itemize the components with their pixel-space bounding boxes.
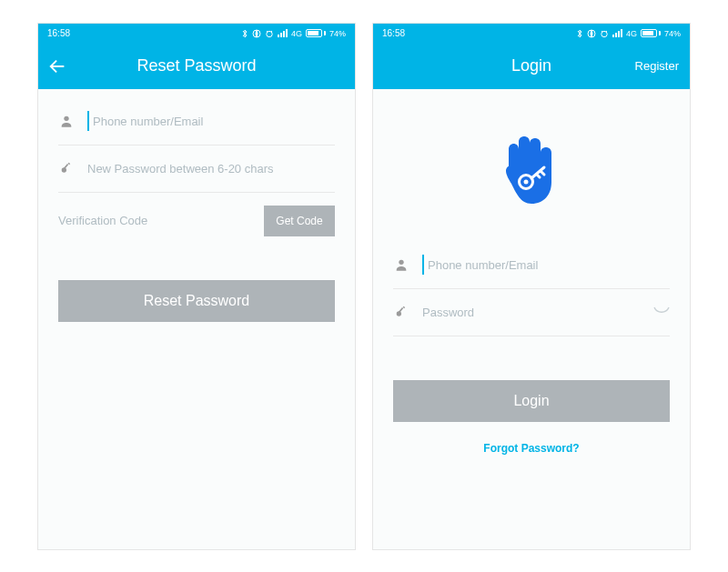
new-password-field[interactable]	[58, 146, 335, 193]
svg-rect-15	[621, 29, 622, 37]
text-cursor	[87, 111, 89, 131]
status-right-cluster: 4G 74%	[576, 29, 681, 38]
forgot-password-link[interactable]: Forgot Password?	[393, 442, 670, 455]
status-time: 16:58	[382, 28, 405, 38]
verification-row: Get Code	[58, 206, 335, 236]
password-field[interactable]	[393, 289, 670, 336]
new-password-input[interactable]	[87, 162, 335, 176]
password-input[interactable]	[422, 306, 641, 319]
svg-rect-14	[618, 31, 620, 37]
login-screen: 16:58 4G 74% Login Register	[372, 23, 691, 550]
signal-icon	[278, 29, 288, 37]
signal-icon	[612, 29, 622, 37]
key-icon	[58, 161, 75, 176]
svg-rect-9	[68, 163, 70, 165]
text-cursor	[422, 255, 424, 275]
svg-point-17	[524, 179, 529, 184]
status-bar: 16:58 4G 74%	[38, 24, 355, 44]
key-icon	[393, 305, 410, 319]
battery-percent: 74%	[664, 29, 681, 38]
nav-bar: Reset Password	[38, 44, 355, 89]
user-icon	[58, 114, 75, 128]
svg-rect-4	[283, 31, 285, 37]
svg-point-18	[399, 260, 403, 265]
phone-email-field[interactable]	[58, 98, 335, 146]
svg-point-6	[64, 116, 68, 121]
phone-email-input[interactable]	[428, 258, 670, 272]
phone-email-input[interactable]	[93, 115, 335, 128]
compass-icon	[252, 29, 261, 38]
svg-rect-20	[399, 307, 404, 313]
back-button[interactable]	[47, 44, 67, 89]
login-button[interactable]: Login	[393, 380, 670, 422]
battery-icon	[306, 29, 326, 37]
svg-rect-8	[64, 164, 69, 169]
svg-rect-13	[615, 33, 617, 37]
network-gen-label: 4G	[291, 29, 302, 38]
hand-key-icon	[499, 135, 564, 209]
svg-rect-21	[403, 306, 405, 308]
page-title: Reset Password	[38, 56, 355, 75]
app-logo	[393, 135, 670, 209]
get-code-button[interactable]: Get Code	[264, 206, 335, 236]
alarm-icon	[265, 29, 274, 38]
status-right-cluster: 4G 74%	[241, 29, 346, 38]
bluetooth-icon	[241, 29, 248, 38]
svg-rect-2	[278, 35, 279, 37]
reset-form: Get Code Reset Password	[38, 89, 355, 549]
user-icon	[393, 257, 410, 272]
svg-rect-3	[280, 33, 282, 37]
compass-icon	[587, 29, 596, 38]
status-time: 16:58	[47, 28, 70, 38]
battery-icon	[641, 29, 661, 37]
toggle-password-visibility-icon[interactable]	[653, 306, 670, 317]
login-form: Login Forgot Password?	[373, 89, 690, 549]
bluetooth-icon	[576, 29, 583, 38]
alarm-icon	[600, 29, 609, 38]
status-bar: 16:58 4G 74%	[373, 24, 690, 44]
svg-rect-5	[286, 29, 288, 37]
svg-rect-12	[612, 35, 614, 37]
reset-password-button[interactable]: Reset Password	[58, 280, 335, 322]
nav-bar: Login Register	[373, 44, 690, 89]
battery-percent: 74%	[329, 29, 346, 38]
register-link[interactable]: Register	[635, 44, 679, 89]
verification-code-input[interactable]	[58, 214, 255, 227]
reset-password-screen: 16:58 4G 74% Reset Password	[37, 23, 356, 550]
phone-email-field[interactable]	[393, 242, 670, 289]
network-gen-label: 4G	[626, 29, 637, 38]
